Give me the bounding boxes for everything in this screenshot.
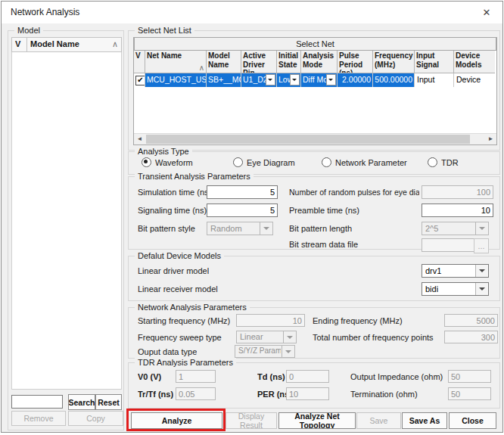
col-header-frequency[interactable]: Frequency (MHz) (373, 51, 415, 73)
termination-input: 50 (448, 387, 491, 400)
search-button[interactable]: Search (68, 394, 95, 410)
net-name-cell[interactable]: MCU_HOST_USB+ (145, 73, 207, 87)
reset-button[interactable]: Reset (95, 394, 122, 410)
total-frequency-points-label: Total number of frequency points (313, 333, 434, 342)
frequency-cell[interactable]: 500.00000 (373, 73, 415, 87)
radio-network-parameter-label: Network Parameter (335, 158, 407, 167)
title-bar: Network Analysis ✕ (2, 2, 502, 23)
simulation-time-input[interactable]: 5 (207, 185, 278, 199)
model-name-column-header[interactable]: Model Name ∧ (27, 38, 121, 51)
radio-waveform[interactable]: Waveform (142, 157, 193, 167)
select-net-list-group: Select Net List Select Net V Net Name ∧ … (128, 30, 500, 151)
col-header-net-name[interactable]: Net Name ∧ (145, 51, 207, 73)
td-label: Td (ns) (257, 372, 285, 381)
col-header-input-signal[interactable]: Input Signal (415, 51, 454, 73)
chevron-down-icon[interactable] (475, 265, 488, 277)
radio-eye-diagram-label: Eye Diagram (247, 158, 295, 167)
network-analysis-dialog: Network Analysis ✕ Model V Model Name ∧ … (1, 1, 503, 433)
net-table-row[interactable]: ✔ MCU_HOST_USB+ SB+__MC U1_D2 Low Diff M… (134, 73, 495, 87)
dropdown-icon[interactable] (290, 74, 300, 85)
radio-network-parameter[interactable]: Network Parameter (322, 157, 407, 167)
dialog-title: Network Analysis (11, 7, 79, 17)
pulse-period-cell[interactable]: 2.00000 (338, 73, 373, 87)
model-list[interactable] (11, 52, 122, 390)
starting-frequency-label: Starting frequency (MHz) (138, 316, 230, 325)
v0-label: V0 (V) (138, 372, 161, 381)
chevron-down-icon[interactable] (475, 283, 488, 295)
total-frequency-points-input: 300 (444, 331, 498, 343)
save-as-button[interactable]: Save As (402, 412, 447, 429)
bit-pattern-style-select: Random (207, 222, 273, 235)
col-header-active-driver-pin[interactable]: Active Driver Pin (241, 51, 277, 73)
model-name-column-label: Model Name (30, 39, 79, 48)
linear-driver-model-select[interactable]: drv1 (422, 264, 489, 278)
random-pulses-input: 100 (422, 185, 493, 199)
tdr-params-group: TDR Analysis Parameters V0 (V) 1 Td (ns)… (128, 362, 500, 409)
radio-tdr[interactable]: TDR (428, 157, 459, 167)
copy-button[interactable]: Copy (68, 411, 123, 426)
analysis-mode-cell[interactable]: Diff Mo (301, 73, 338, 87)
radio-tdr-label: TDR (441, 158, 459, 167)
radio-waveform-label: Waveform (155, 158, 193, 167)
device-models-cell[interactable]: Device (454, 73, 495, 87)
chevron-down-icon (283, 331, 296, 343)
linear-receiver-model-label: Linear receiver model (138, 284, 218, 294)
linear-driver-model-value: drv1 (425, 265, 474, 277)
col-header-initial-state[interactable]: Initial State (277, 51, 301, 73)
chevron-down-icon (260, 222, 272, 235)
radio-eye-diagram[interactable]: Eye Diagram (233, 157, 295, 167)
output-data-type-label: Ouput data type (138, 347, 197, 356)
linear-receiver-model-select[interactable]: bidi (422, 282, 489, 296)
radio-icon (233, 157, 243, 167)
active-driver-pin-cell[interactable]: U1_D2 (241, 73, 277, 87)
col-header-model-name[interactable]: Model Name (207, 51, 241, 73)
transient-params-group: Transient Analysis Parameters Simulation… (128, 176, 500, 250)
model-group: Model V Model Name ∧ Search Reset Remove… (8, 30, 124, 430)
analysis-type-label: Analysis Type (135, 147, 192, 156)
linear-receiver-model-value: bidi (425, 283, 474, 295)
model-group-label: Model (14, 26, 43, 35)
dropdown-icon[interactable] (266, 74, 275, 85)
col-header-pulse-period[interactable]: Pulse Period (ns) (338, 51, 373, 73)
save-button[interactable]: Save (356, 412, 401, 429)
dropdown-icon[interactable] (326, 74, 336, 85)
scroll-left-icon[interactable]: ◄ (134, 134, 145, 144)
signaling-time-input[interactable]: 5 (207, 204, 278, 217)
checked-checkbox[interactable]: ✔ (135, 76, 145, 85)
transient-params-label: Transient Analysis Parameters (135, 172, 254, 181)
radio-icon (322, 157, 331, 167)
close-button[interactable]: Close (449, 412, 496, 429)
bit-stream-file-label: Bit stream data file (289, 240, 358, 249)
bit-pattern-style-value: Random (210, 222, 259, 235)
model-list-header[interactable]: V Model Name ∧ (11, 37, 122, 52)
col-header-check[interactable]: V (134, 51, 145, 73)
scrollbar-thumb[interactable] (146, 135, 470, 144)
col-header-analysis-mode[interactable]: Analysis Mode (301, 51, 338, 73)
model-search-input[interactable] (11, 395, 63, 409)
preamble-time-input[interactable]: 10 (422, 204, 493, 217)
display-result-button[interactable]: Display Result (226, 412, 277, 429)
model-check-column-header[interactable]: V (12, 38, 27, 51)
device-models-group: Defalut Device Models Linear driver mode… (128, 256, 500, 301)
radio-icon (428, 157, 437, 167)
input-signal-cell[interactable]: Input (415, 73, 454, 87)
horizontal-scrollbar[interactable]: ◄ ► (134, 133, 496, 144)
device-models-group-label: Defalut Device Models (135, 251, 224, 260)
model-name-cell[interactable]: SB+__MC (207, 73, 241, 87)
analyze-button[interactable]: Analyze (131, 412, 222, 429)
output-data-type-select: S/Y/Z Parameter (235, 345, 295, 358)
initial-state-cell[interactable]: Low (277, 73, 301, 87)
close-icon[interactable]: ✕ (478, 5, 495, 20)
ending-frequency-input: 5000 (444, 314, 498, 327)
trtf-input: 0.05 (176, 387, 216, 400)
net-table-header-row: V Net Name ∧ Model Name Active Driver Pi… (134, 51, 495, 73)
starting-frequency-input: 10 (236, 314, 305, 327)
analyze-net-topology-button[interactable]: Analyze Net Topology (278, 412, 356, 429)
bit-pattern-length-label: Bit pattern length (289, 224, 352, 233)
analysis-mode-value: Diff Mo (303, 75, 328, 84)
col-header-device-models[interactable]: Device Models (454, 51, 495, 73)
remove-button[interactable]: Remove (11, 411, 66, 426)
scroll-right-icon[interactable]: ► (485, 134, 496, 144)
browse-button[interactable]: ... (474, 238, 489, 253)
sort-ascending-icon: ∧ (199, 64, 204, 73)
